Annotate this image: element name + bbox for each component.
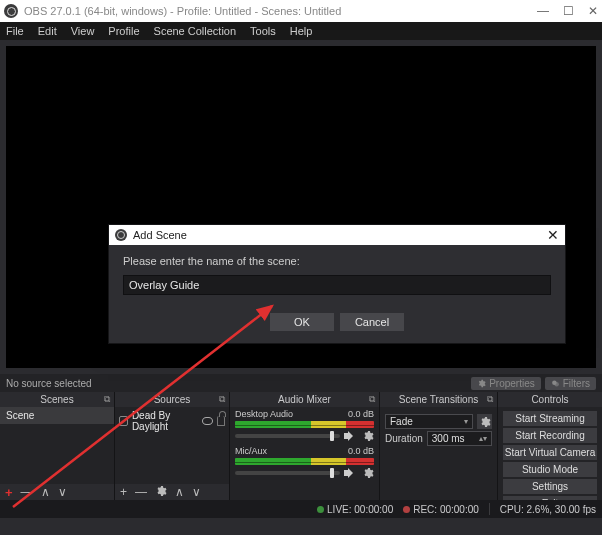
svg-point-1 [554, 382, 559, 387]
live-status: LIVE: 00:00:00 [317, 504, 393, 515]
live-dot-icon [317, 506, 324, 513]
chevron-down-icon: ▾ [464, 417, 468, 426]
speaker-icon[interactable] [344, 468, 358, 478]
popout-icon[interactable]: ⧉ [219, 394, 225, 405]
mixer-channel-mic: Mic/Aux0.0 dB [230, 444, 379, 481]
scene-item[interactable]: Scene [0, 407, 114, 424]
obs-logo-icon [115, 229, 127, 241]
properties-label: Properties [489, 378, 535, 389]
channel-db: 0.0 dB [348, 446, 374, 456]
lock-icon[interactable] [217, 416, 225, 426]
menu-help[interactable]: Help [290, 25, 313, 37]
filters-label: Filters [563, 378, 590, 389]
menu-edit[interactable]: Edit [38, 25, 57, 37]
source-up-button[interactable]: ∧ [175, 486, 184, 498]
remove-source-button[interactable]: — [135, 486, 147, 498]
mixer-title: Audio Mixer⧉ [230, 392, 379, 407]
channel-db: 0.0 dB [348, 409, 374, 419]
source-label: Dead By Daylight [132, 410, 198, 432]
channel-name: Mic/Aux [235, 446, 267, 456]
menu-view[interactable]: View [71, 25, 95, 37]
gear-icon[interactable] [362, 430, 374, 442]
add-scene-button[interactable]: + [5, 486, 13, 499]
speaker-icon[interactable] [344, 431, 358, 441]
cancel-button[interactable]: Cancel [340, 313, 404, 331]
source-down-button[interactable]: ∨ [192, 486, 201, 498]
scenes-footer: + — ∧ ∨ [0, 484, 114, 500]
scene-name-input[interactable] [123, 275, 551, 295]
popout-icon[interactable]: ⧉ [104, 394, 110, 405]
separator [489, 503, 490, 515]
dialog-buttons: OK Cancel [109, 305, 565, 343]
no-source-label: No source selected [6, 378, 92, 389]
dialog-title: Add Scene [133, 229, 187, 241]
gear-icon[interactable] [362, 467, 374, 479]
scenes-title: Scenes⧉ [0, 392, 114, 407]
popout-icon[interactable]: ⧉ [487, 394, 493, 405]
window-title: OBS 27.0.1 (64-bit, windows) - Profile: … [24, 5, 341, 17]
sources-title: Sources⧉ [115, 392, 229, 407]
settings-button[interactable]: Settings [503, 479, 597, 494]
maximize-button[interactable]: ☐ [563, 4, 574, 18]
minimize-button[interactable]: — [537, 4, 549, 18]
studio-mode-button[interactable]: Studio Mode [503, 462, 597, 477]
menu-tools[interactable]: Tools [250, 25, 276, 37]
dialog-body: Please enter the name of the scene: [109, 245, 565, 305]
mixer-channel-desktop: Desktop Audio0.0 dB [230, 407, 379, 444]
sources-dock: Sources⧉ Dead By Daylight + — ∧ ∨ [115, 392, 230, 500]
transitions-dock: Scene Transitions⧉ Fade▾ Duration 300 ms… [380, 392, 498, 500]
scene-down-button[interactable]: ∨ [58, 486, 67, 498]
channel-name: Desktop Audio [235, 409, 293, 419]
transition-type-select[interactable]: Fade▾ [385, 414, 473, 429]
ok-button[interactable]: OK [270, 313, 334, 331]
transition-settings-button[interactable] [477, 414, 492, 429]
close-button[interactable]: ✕ [588, 4, 598, 18]
vu-meter [235, 421, 374, 428]
source-item[interactable]: Dead By Daylight [115, 407, 229, 435]
controls-title: Controls [498, 392, 602, 407]
menu-profile[interactable]: Profile [108, 25, 139, 37]
menu-file[interactable]: File [6, 25, 24, 37]
volume-slider[interactable] [235, 434, 340, 438]
menu-bar: File Edit View Profile Scene Collection … [0, 22, 602, 40]
controls-body: Start Streaming Start Recording Start Vi… [498, 407, 602, 500]
exit-button[interactable]: Exit [503, 496, 597, 500]
close-icon[interactable]: ✕ [547, 227, 559, 243]
source-type-icon [119, 416, 128, 426]
dialog-titlebar: Add Scene ✕ [109, 225, 565, 245]
duration-input[interactable]: 300 ms▴▾ [427, 431, 492, 446]
volume-slider[interactable] [235, 471, 340, 475]
start-recording-button[interactable]: Start Recording [503, 428, 597, 443]
popout-icon[interactable]: ⧉ [369, 394, 375, 405]
remove-scene-button[interactable]: — [21, 486, 33, 498]
add-source-button[interactable]: + [120, 486, 127, 498]
start-virtual-camera-button[interactable]: Start Virtual Camera [503, 445, 597, 460]
controls-dock: Controls Start Streaming Start Recording… [498, 392, 602, 500]
start-streaming-button[interactable]: Start Streaming [503, 411, 597, 426]
gear-icon [479, 416, 491, 428]
properties-button[interactable]: Properties [471, 377, 541, 390]
filters-button[interactable]: Filters [545, 377, 596, 390]
transitions-title: Scene Transitions⧉ [380, 392, 497, 407]
scene-up-button[interactable]: ∧ [41, 486, 50, 498]
sources-list[interactable]: Dead By Daylight [115, 407, 229, 484]
obs-logo-icon [4, 4, 18, 18]
status-bar: LIVE: 00:00:00 REC: 00:00:00 CPU: 2.6%, … [0, 500, 602, 518]
sources-footer: + — ∧ ∨ [115, 484, 229, 500]
scenes-list[interactable]: Scene [0, 407, 114, 484]
source-toolbar: No source selected Properties Filters [0, 374, 602, 392]
scenes-dock: Scenes⧉ Scene + — ∧ ∨ [0, 392, 115, 500]
menu-scene-collection[interactable]: Scene Collection [154, 25, 237, 37]
dialog-prompt: Please enter the name of the scene: [123, 255, 551, 267]
mixer-body: Desktop Audio0.0 dB Mic/Aux0.0 dB [230, 407, 379, 500]
titlebar: OBS 27.0.1 (64-bit, windows) - Profile: … [0, 0, 602, 22]
source-settings-button[interactable] [155, 485, 167, 499]
docks-row: Scenes⧉ Scene + — ∧ ∨ Sources⧉ Dead By D… [0, 392, 602, 500]
add-scene-dialog: Add Scene ✕ Please enter the name of the… [108, 224, 566, 344]
gear-icon [477, 379, 486, 388]
cpu-status: CPU: 2.6%, 30.00 fps [500, 504, 596, 515]
gear-icon [155, 485, 167, 497]
visibility-icon[interactable] [202, 417, 213, 425]
vu-meter [235, 458, 374, 465]
filters-icon [551, 379, 560, 388]
